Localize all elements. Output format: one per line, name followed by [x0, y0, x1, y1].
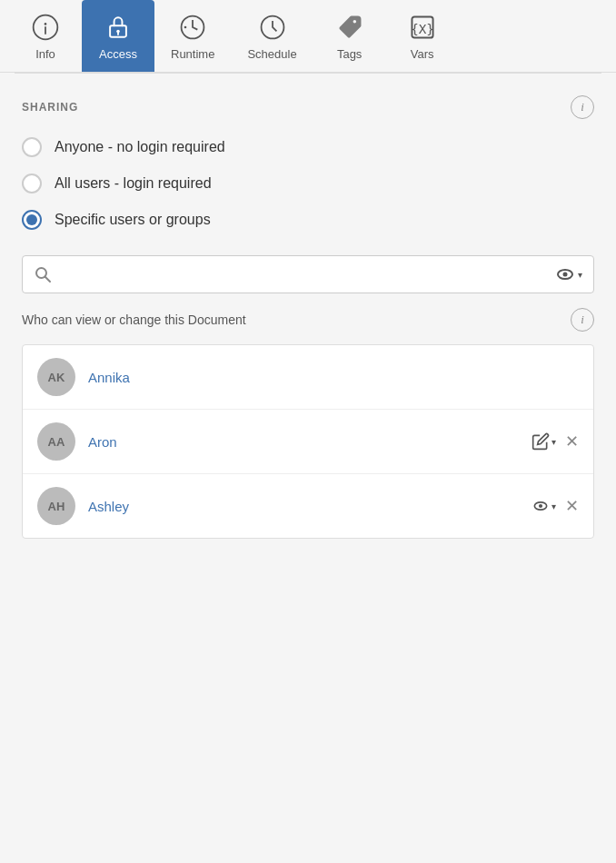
svg-line-12 — [45, 277, 51, 283]
avatar: AA — [37, 422, 75, 461]
svg-point-16 — [539, 504, 542, 508]
radio-login-required-indicator — [22, 174, 42, 193]
eye-chevron: ▾ — [551, 501, 556, 511]
vars-icon: {X} — [406, 11, 439, 44]
user-name[interactable]: Aron — [88, 434, 519, 450]
user-list: AK Annika AA Aron ▾ ✕ — [22, 344, 594, 539]
radio-specific-users-label: Specific users or groups — [55, 212, 211, 228]
avatar: AK — [37, 358, 75, 396]
user-actions: ▾ ✕ — [532, 432, 579, 451]
tab-vars-label: Vars — [411, 47, 434, 61]
tags-icon — [333, 11, 366, 44]
view-info-button[interactable]: i — [571, 308, 594, 332]
avatar: AH — [37, 487, 75, 525]
runtime-icon — [176, 11, 209, 44]
tab-bar: Info Access Runtime — [0, 0, 616, 73]
table-row: AK Annika — [23, 345, 593, 410]
edit-dropdown-button[interactable]: ▾ — [532, 432, 556, 451]
user-name[interactable]: Ashley — [88, 499, 519, 514]
table-row: AH Ashley ▾ ✕ — [23, 474, 593, 538]
search-input[interactable] — [59, 267, 554, 283]
tab-access[interactable]: Access — [82, 0, 154, 72]
eye-permission-button[interactable]: ▾ — [532, 497, 556, 515]
sharing-info-button[interactable]: i — [571, 95, 594, 119]
user-name[interactable]: Annika — [88, 370, 579, 385]
remove-user-button[interactable]: ✕ — [565, 433, 579, 450]
tab-info[interactable]: Info — [9, 0, 82, 72]
view-label: Who can view or change this Document — [22, 312, 246, 327]
remove-user-button[interactable]: ✕ — [565, 498, 579, 514]
view-header: Who can view or change this Document i — [22, 308, 594, 332]
radio-specific-users[interactable]: Specific users or groups — [22, 210, 594, 230]
radio-specific-users-dot — [26, 214, 37, 225]
main-content: SHARING i Anyone - no login required All… — [0, 74, 616, 553]
tab-schedule[interactable]: Schedule — [231, 0, 313, 72]
radio-no-login-indicator — [22, 137, 42, 157]
radio-specific-users-indicator — [22, 210, 42, 230]
eye-dropdown-button[interactable]: ▾ — [554, 263, 582, 285]
edit-chevron: ▾ — [551, 437, 556, 447]
sharing-section-header: SHARING i — [22, 95, 594, 119]
svg-text:{X}: {X} — [411, 22, 434, 36]
lock-icon — [102, 11, 134, 44]
sharing-title: SHARING — [22, 101, 78, 114]
tab-runtime[interactable]: Runtime — [154, 0, 231, 72]
tab-runtime-label: Runtime — [171, 47, 214, 61]
tab-info-label: Info — [35, 47, 55, 61]
eye-dropdown-chevron: ▾ — [578, 270, 582, 280]
tab-tags[interactable]: Tags — [313, 0, 386, 72]
svg-point-14 — [563, 273, 568, 277]
tab-tags-label: Tags — [337, 47, 362, 61]
tab-schedule-label: Schedule — [247, 47, 296, 61]
tab-access-label: Access — [99, 47, 137, 61]
user-actions: ▾ ✕ — [532, 497, 579, 515]
radio-login-required[interactable]: All users - login required — [22, 174, 594, 193]
svg-point-7 — [184, 26, 187, 29]
schedule-icon — [256, 11, 289, 44]
search-box: ▾ — [22, 255, 594, 293]
table-row: AA Aron ▾ ✕ — [23, 410, 593, 474]
radio-no-login-label: Anyone - no login required — [55, 139, 225, 155]
sharing-options: Anyone - no login required All users - l… — [22, 137, 594, 230]
radio-no-login[interactable]: Anyone - no login required — [22, 137, 594, 157]
radio-login-required-label: All users - login required — [55, 175, 212, 192]
search-icon — [34, 265, 52, 283]
info-icon — [29, 11, 62, 44]
tab-vars[interactable]: {X} Vars — [386, 0, 459, 72]
